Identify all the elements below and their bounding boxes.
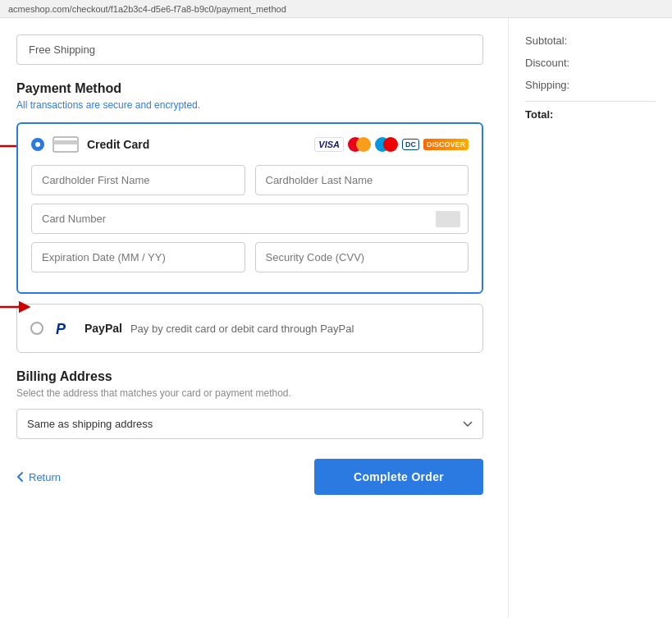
free-shipping-field: Free Shipping xyxy=(16,34,483,65)
expiry-security-row xyxy=(31,242,469,272)
chevron-left-icon xyxy=(16,471,25,483)
maestro-logo xyxy=(375,137,398,152)
svg-rect-3 xyxy=(53,140,78,144)
url-text: acmeshop.com/checkout/f1a2b3c4-d5e6-f7a8… xyxy=(8,4,286,14)
discount-label: Discount: xyxy=(525,57,569,69)
card-logos: VISA DC DISCOVER xyxy=(314,137,469,152)
actions-row: Return Complete Order xyxy=(16,459,483,495)
complete-order-button[interactable]: Complete Order xyxy=(314,459,483,495)
card-number-row xyxy=(31,204,469,234)
card-number-input[interactable] xyxy=(31,204,469,234)
visa-logo: VISA xyxy=(314,137,344,152)
mastercard-logo xyxy=(348,137,371,152)
return-label: Return xyxy=(29,471,61,483)
billing-address-title: Billing Address xyxy=(16,369,483,384)
credit-card-label: Credit Card xyxy=(87,138,149,151)
credit-card-option[interactable]: Credit Card VISA D xyxy=(16,122,483,294)
card-number-icon xyxy=(436,211,460,227)
expiration-date-input[interactable] xyxy=(31,242,245,272)
subtotal-label: Subtotal: xyxy=(525,34,567,47)
discover-logo: DISCOVER xyxy=(423,139,469,150)
sidebar-divider xyxy=(525,101,656,102)
paypal-radio[interactable] xyxy=(30,322,43,335)
credit-card-radio[interactable] xyxy=(31,138,44,151)
credit-card-icon xyxy=(53,135,79,153)
paypal-label: PayPal xyxy=(85,322,122,335)
paypal-option[interactable]: P PayPal Pay by credit card or debit car… xyxy=(16,304,483,353)
cardholder-last-name-input[interactable] xyxy=(255,165,469,195)
cardholder-first-name-input[interactable] xyxy=(31,165,245,195)
cardholder-name-row xyxy=(31,165,469,195)
security-code-input[interactable] xyxy=(255,242,469,272)
subtotal-row: Subtotal: xyxy=(525,34,656,47)
total-row: Total: xyxy=(525,108,656,121)
shipping-row: Shipping: xyxy=(525,79,656,91)
free-shipping-label: Free Shipping xyxy=(29,43,95,56)
total-label: Total: xyxy=(525,108,553,121)
billing-address-subtitle: Select the address that matches your car… xyxy=(16,387,483,399)
payment-method-subtitle: All transactions are secure and encrypte… xyxy=(16,99,483,111)
payment-method-title: Payment Method xyxy=(16,81,483,96)
return-link[interactable]: Return xyxy=(16,471,61,483)
shipping-label: Shipping: xyxy=(525,79,569,91)
payment-method-section: Payment Method All transactions are secu… xyxy=(16,81,483,353)
billing-address-select[interactable]: Same as shipping address Use a different… xyxy=(16,409,483,439)
discount-row: Discount: xyxy=(525,57,656,69)
paypal-description: Pay by credit card or debit card through… xyxy=(130,323,354,335)
billing-address-section: Billing Address Select the address that … xyxy=(16,369,483,439)
svg-text:P: P xyxy=(56,321,66,337)
order-summary-sidebar: Subtotal: Discount: Shipping: Total: xyxy=(508,18,672,618)
paypal-logo-icon: P xyxy=(52,316,76,341)
diners-logo: DC xyxy=(402,139,419,150)
